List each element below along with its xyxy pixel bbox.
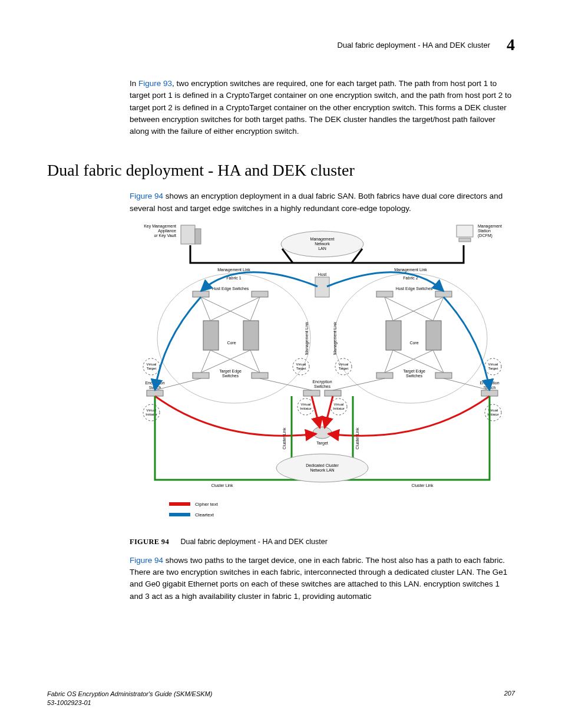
target-icon (313, 427, 332, 439)
svg-rect-8 (252, 291, 268, 297)
intro-paragraph: In Figure 93, two encryption switches ar… (130, 78, 515, 137)
figure-label: FIGURE 94 (130, 538, 169, 546)
mgmt-station-label: ManagementStation(DCFM) (478, 224, 502, 238)
footer-page: 207 (504, 690, 515, 707)
host-edge-left (193, 291, 268, 297)
svg-rect-14 (426, 321, 441, 350)
figure-94-link-b[interactable]: Figure 94 (130, 556, 163, 565)
mgmt-link-vert-l: Management Link (305, 321, 309, 354)
legend-cipher-label: Cipher text (195, 502, 218, 507)
mgmt-link-right-label: Management Link (394, 268, 427, 272)
svg-line-36 (260, 378, 312, 390)
svg-rect-1 (195, 229, 201, 244)
host-edge-right (376, 291, 452, 297)
svg-rect-18 (435, 373, 452, 378)
legend-clear-label: Cleartext (195, 512, 214, 518)
enc-switch-center-l (303, 390, 320, 396)
svg-line-29 (393, 297, 444, 321)
figure-caption-text: Dual fabric deployment - HA and DEK clus… (180, 538, 327, 546)
cipher-line-cr (325, 396, 333, 428)
host-edge-right-label: Host Edge Switches (396, 286, 433, 291)
enc-switches-label: EncryptionSwitches (312, 380, 332, 388)
core-right (386, 321, 441, 350)
host-label: Host (318, 272, 326, 276)
enc-switch-far-left (147, 390, 163, 396)
vt-or-label: VirtualTarget (488, 363, 498, 370)
core-left-label: Core (227, 341, 236, 345)
figure-94-caption: FIGURE 94 Dual fabric deployment - HA an… (130, 538, 515, 546)
vi-cl-label: VirtualInitiator (300, 403, 312, 410)
svg-rect-10 (435, 291, 452, 297)
section-para-2: Figure 94 shows two paths to the target … (130, 555, 515, 602)
enc-switch-far-right (481, 390, 498, 396)
intro-rest: , two encryption switches are required, … (130, 79, 511, 136)
key-vault-icon (181, 225, 201, 244)
core-right-label: Core (409, 341, 418, 345)
enc-switch-center-r (325, 390, 341, 396)
cluster-lan-label: Dedicated ClusterNetwork LAN (306, 463, 339, 472)
section-title: Dual fabric deployment - HA and DEK clus… (47, 161, 515, 180)
host-edge-left-label: Host Edge Switches (212, 286, 249, 291)
figure-94: Key ManagementApplianceor Key Vault Mana… (130, 220, 515, 533)
svg-rect-9 (376, 291, 393, 297)
vi-cr-label: VirtualInitiator (333, 403, 345, 410)
section-para-2-text: shows two paths to the target device, on… (130, 556, 507, 601)
intro-prefix: In (130, 79, 138, 88)
cluster-link-vert-r: Cluster Link (355, 427, 359, 449)
mgmt-station-icon (457, 225, 473, 242)
section-para-1-text: shows an encryption deployment in a dual… (130, 192, 503, 212)
running-title: Dual fabric deployment - HA and DEK clus… (338, 41, 490, 50)
section-para-1: Figure 94 shows an encryption deployment… (130, 190, 515, 215)
svg-rect-3 (459, 238, 471, 242)
svg-rect-15 (193, 373, 209, 378)
vt-cr-label: VirtualTarget (339, 363, 349, 370)
vt-cl-label: VirtualTarget (296, 363, 306, 370)
figure-93-link[interactable]: Figure 93 (138, 79, 172, 88)
mgmt-link-vert-r: Management Link (333, 321, 338, 354)
cluster-link-vert-l: Cluster Link (282, 427, 286, 449)
svg-rect-13 (386, 321, 401, 350)
chapter-number: 4 (507, 35, 515, 54)
cluster-link-bl: Cluster Link (211, 483, 233, 487)
svg-line-37 (333, 378, 385, 390)
svg-rect-11 (203, 321, 219, 350)
footer-book: Fabric OS Encryption Administrator's Gui… (47, 690, 212, 698)
key-vault-label: Key ManagementApplianceor Key Vault (144, 224, 176, 238)
page-footer: Fabric OS Encryption Administrator's Gui… (47, 690, 515, 707)
running-header: Dual fabric deployment - HA and DEK clus… (47, 35, 515, 54)
vt-ol-label: VirtualTarget (147, 363, 157, 370)
svg-rect-2 (457, 225, 473, 237)
footer-docnum: 53-1002923-01 (47, 699, 212, 707)
target-edge-right-label: Target EdgeSwitches (403, 369, 425, 378)
mgmt-link-left-label: Management Link (217, 268, 250, 272)
svg-line-21 (210, 297, 260, 321)
svg-line-30 (433, 297, 444, 321)
svg-line-34 (433, 350, 444, 373)
cipher-line-cl (312, 396, 320, 428)
svg-rect-16 (252, 373, 268, 378)
target-edge-left-label: Target EdgeSwitches (219, 369, 242, 378)
svg-rect-12 (243, 321, 259, 350)
svg-rect-7 (193, 291, 209, 297)
figure-94-link-a[interactable]: Figure 94 (130, 192, 163, 200)
legend-clear-swatch (169, 513, 190, 516)
svg-line-20 (201, 297, 250, 321)
svg-rect-17 (376, 373, 393, 378)
svg-rect-0 (181, 225, 195, 244)
core-left (203, 321, 259, 350)
cluster-link-br: Cluster Link (412, 483, 434, 487)
legend-cipher-swatch (169, 502, 190, 506)
diagram-svg: Key ManagementApplianceor Key Vault Mana… (134, 220, 511, 533)
target-label: Target (316, 441, 328, 446)
